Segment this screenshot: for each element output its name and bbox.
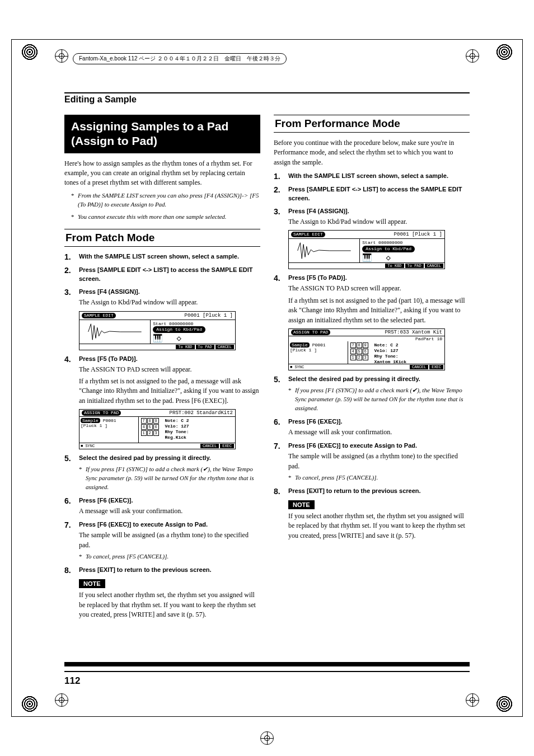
footnote: If you press [F1 (SYNC)] to add a check …: [86, 465, 260, 492]
lcd-sync: ■ SYNC: [290, 365, 304, 369]
note-text: If you select another rhythm set, the rh…: [79, 590, 260, 619]
step-2: 2.Press [SAMPLE EDIT <-> LIST] to access…: [274, 185, 470, 203]
footnote: To cancel, press [F5 (CANCEL)].: [86, 552, 260, 561]
lcd-start: Start 000000000: [362, 240, 442, 246]
lcd-rhy-name: Xantom 1Kick: [374, 359, 406, 365]
note-label: NOTE: [288, 500, 315, 509]
lcd-header: PRST:002 StandardKit2: [170, 410, 233, 416]
step-4: 4.Press [F5 (To PAD)].: [274, 274, 470, 283]
step-6: 6.Press [F6 (EXEC)].: [64, 496, 260, 505]
step-7: 7.Press [F6 (EXEC)] to execute Assign to…: [64, 520, 260, 529]
intro-text: Here's how to assign samples as the rhyt…: [64, 159, 260, 188]
lcd-sample-id: P0001: [312, 342, 326, 348]
step-3: 3.Press [F4 (ASSIGN)].: [64, 288, 260, 297]
main-heading: Assigning Samples to a Pad (Assign to Pa…: [64, 115, 260, 153]
left-column: Assigning Samples to a Pad (Assign to Pa…: [64, 115, 260, 622]
lcd-tag: ASSIGN TO PAD: [291, 330, 330, 335]
step-1: 1.With the SAMPLE LIST screen shown, sel…: [274, 172, 470, 181]
sub-heading-performance-mode: From Performance Mode: [274, 115, 470, 133]
lcd-button-to-pad: To PAD: [196, 345, 214, 349]
lcd-tag: SAMPLE EDIT: [82, 313, 116, 318]
registration-mark-icon: [55, 693, 68, 707]
lcd-button-cancel: CANCEL: [425, 264, 443, 268]
note-label: NOTE: [79, 579, 105, 588]
lcd-button-cancel: CANCEL: [216, 345, 234, 349]
registration-mark-icon: [466, 693, 479, 707]
lcd-banner: Assign to Kbd/Pad: [153, 326, 205, 333]
footnote: To cancel, press [F5 (CANCEL)].: [295, 473, 470, 482]
step-body: If a rhythm set is not assigned to the p…: [288, 296, 470, 325]
intro-text: Before you continue with the procedure b…: [274, 138, 470, 167]
lcd-button-to-kbd: To KBD: [176, 345, 194, 349]
step-5: 5.Select the desired pad by pressing it …: [274, 375, 470, 384]
step-body: The ASSIGN TO PAD screen will appear.: [79, 365, 260, 374]
lcd-sync: ■ SYNC: [81, 444, 95, 448]
step-body: If a rhythm set is not assigned to the p…: [79, 377, 260, 406]
waveform-icon: [289, 239, 360, 262]
lcd-padpart: PadPart 10: [289, 336, 444, 341]
footnote: You cannot execute this with more than o…: [78, 213, 260, 222]
lcd-button-to-kbd: To KBD: [385, 264, 404, 268]
lcd-button-to-pad: To PAD: [405, 264, 424, 268]
footnote: If you press [F1 (SYNC)] to add a check …: [295, 386, 470, 413]
lcd-tag: ASSIGN TO PAD: [82, 410, 121, 416]
note-text: If you select another rhythm set, the rh…: [288, 511, 470, 541]
lcd-rhy: Rhy Tone:: [374, 354, 406, 359]
step-8: 8.Press [EXIT] to return to the previous…: [64, 566, 260, 575]
spiral-decoration: [496, 44, 513, 60]
lcd-sample-edit: SAMPLE EDIT P0001 [Pluck 1 ] Start 00000…: [79, 311, 236, 350]
lcd-banner: Assign to Kbd/Pad: [362, 246, 415, 252]
step-4: 4.Press [F5 (To PAD)].: [64, 355, 260, 364]
lcd-velo: Velo: 127: [374, 348, 406, 354]
right-column: From Performance Mode Before you continu…: [274, 115, 470, 622]
lcd-start: Start 000000000: [153, 321, 233, 327]
lcd-header: PRST:033 Xantom Kit: [385, 330, 442, 335]
lcd-button-exec: EXEC: [220, 444, 234, 448]
step-body: A message will ask your confirmation.: [79, 506, 260, 516]
lcd-button-exec: EXEC: [429, 365, 443, 369]
step-6: 6.Press [F6 (EXEC)].: [274, 417, 470, 426]
lcd-tag: SAMPLE EDIT: [291, 232, 325, 237]
waveform-icon: [79, 320, 151, 344]
registration-mark-icon: [55, 49, 68, 63]
step-7: 7.Press [F6 (EXEC)] to execute Assign to…: [274, 442, 470, 450]
footnote: From the SAMPLE LIST screen you can also…: [78, 191, 260, 209]
registration-mark-icon: [466, 49, 479, 63]
pad-grid-icon: 789 456 123: [141, 418, 159, 436]
spiral-decoration: [21, 44, 38, 60]
spiral-decoration: [496, 696, 513, 712]
lcd-note: Note: C 2: [374, 342, 406, 348]
lcd-sample-name: [Pluck 1 ]: [290, 348, 317, 353]
page-number: 112: [64, 671, 470, 687]
lcd-note: Note: C 2: [165, 418, 189, 424]
pad-grid-icon: 789 456 123: [350, 342, 368, 361]
spiral-decoration: [21, 696, 38, 712]
step-body: A message will ask your confirmation.: [288, 428, 470, 437]
lcd-sample-label: Sample: [81, 418, 100, 423]
sub-heading-patch-mode: From Patch Mode: [64, 229, 260, 247]
step-body: The sample will be assigned (as a rhythm…: [79, 530, 260, 550]
section-title: Editing a Sample: [64, 95, 470, 105]
lcd-sample-name: [Pluck 1 ]: [81, 423, 107, 428]
lcd-button-cancel: CANCEL: [200, 444, 219, 448]
lcd-sample-label: Sample: [290, 342, 310, 348]
lcd-velo: Velo: 127: [165, 424, 189, 429]
step-8: 8.Press [EXIT] to return to the previous…: [274, 487, 470, 496]
crop-header-text: Fantom-Xa_e.book 112 ページ ２００４年１０月２２日 金曜日…: [73, 53, 287, 64]
step-body: The Assign to Kbd/Pad window will appear…: [79, 298, 260, 307]
step-body: The ASSIGN TO PAD screen will appear.: [288, 284, 470, 293]
lcd-sample-edit: SAMPLE EDIT P0001 [Pluck 1 ] Start 00000…: [288, 230, 445, 269]
step-body: The sample will be assigned (as a rhythm…: [288, 452, 470, 471]
step-body: The Assign to Kbd/Pad window will appear…: [288, 217, 470, 227]
page-header: Editing a Sample: [64, 92, 470, 105]
step-1: 1.With the SAMPLE LIST screen shown, sel…: [64, 252, 260, 261]
lcd-assign-to-pad: ASSIGN TO PAD PRST:002 StandardKit2 Samp…: [79, 409, 236, 449]
crop-header: Fantom-Xa_e.book 112 ページ ２００４年１０月２２日 金曜日…: [73, 53, 461, 64]
lcd-rhy: Rhy Tone:: [165, 429, 189, 435]
lcd-sample-id: P0001: [103, 418, 116, 423]
lcd-header: P0001 [Pluck 1 ]: [394, 232, 442, 237]
lcd-button-cancel: CANCEL: [410, 365, 428, 369]
step-5: 5.Select the desired pad by pressing it …: [64, 454, 260, 463]
step-2: 2.Press [SAMPLE EDIT <-> LIST] to access…: [64, 266, 260, 283]
lcd-rhy-name: Reg.Kick: [165, 435, 189, 440]
